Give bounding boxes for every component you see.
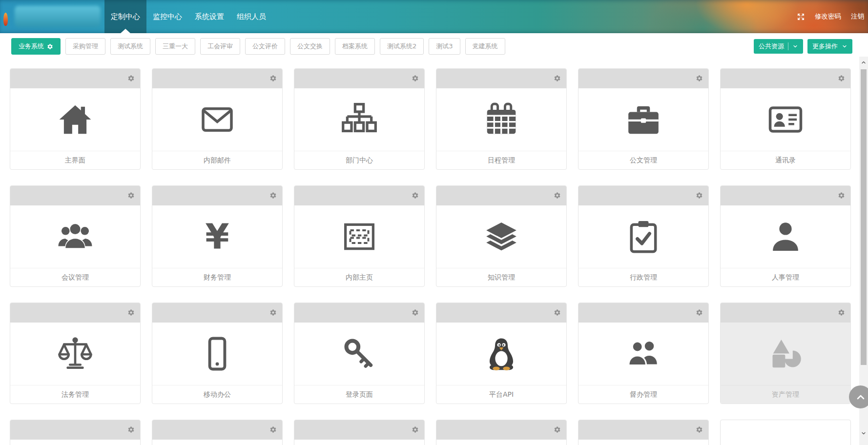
nav-item-4[interactable]: 组织人员 — [230, 0, 272, 33]
card-icon-area[interactable] — [579, 440, 708, 445]
tab-label: 工会评审 — [207, 42, 233, 51]
card-icon-area[interactable] — [579, 323, 708, 385]
gear-icon[interactable] — [269, 192, 277, 199]
gear-icon[interactable] — [127, 309, 135, 316]
gear-icon[interactable] — [696, 75, 703, 82]
app-card[interactable] — [294, 420, 425, 445]
app-card-通讯录[interactable]: 通讯录 — [720, 68, 851, 170]
gear-icon[interactable] — [696, 309, 703, 316]
app-card-人事管理[interactable]: 人事管理 — [720, 185, 851, 287]
card-icon-area[interactable] — [436, 440, 566, 445]
app-card-督办管理[interactable]: 督办管理 — [578, 303, 709, 404]
app-card[interactable] — [10, 420, 141, 445]
gear-icon[interactable] — [838, 309, 845, 316]
card-icon-area[interactable] — [152, 205, 282, 268]
nav-item-3[interactable]: 系统设置 — [188, 0, 230, 33]
card-icon-area[interactable] — [10, 323, 140, 385]
gear-icon[interactable] — [554, 192, 561, 199]
tab-3[interactable]: 测试系统 — [110, 38, 150, 55]
tab-4[interactable]: 三重一大 — [155, 38, 195, 55]
card-icon-area[interactable] — [436, 323, 566, 385]
gear-icon[interactable] — [412, 75, 419, 82]
nav-item-2[interactable]: 监控中心 — [146, 0, 188, 33]
gear-icon[interactable] — [269, 426, 277, 433]
app-card-平台API[interactable]: 平台API — [436, 303, 567, 404]
app-card-内部邮件[interactable]: 内部邮件 — [152, 68, 283, 170]
gear-icon[interactable] — [127, 192, 135, 199]
gear-icon[interactable] — [554, 75, 561, 82]
card-icon-area[interactable] — [436, 88, 566, 151]
card-icon-area[interactable] — [10, 88, 140, 151]
home-icon — [57, 101, 93, 138]
card-icon-area[interactable] — [294, 323, 424, 385]
gear-icon[interactable] — [412, 309, 419, 316]
card-icon-area[interactable] — [436, 205, 566, 268]
app-card-主界面[interactable]: 主界面 — [10, 68, 141, 170]
gear-icon[interactable] — [127, 426, 135, 433]
nav-item-1[interactable]: 定制中心 — [104, 0, 146, 33]
app-card-财务管理[interactable]: 财务管理 — [152, 185, 283, 287]
card-icon-area[interactable] — [579, 88, 708, 151]
more-actions-button[interactable]: 更多操作 — [807, 39, 852, 54]
app-card-部门中心[interactable]: 部门中心 — [294, 68, 425, 170]
card-icon-area[interactable] — [152, 88, 282, 151]
gear-icon[interactable] — [696, 426, 703, 433]
app-card-知识管理[interactable]: 知识管理 — [436, 185, 567, 287]
app-card-公文管理[interactable]: 公文管理 — [578, 68, 709, 170]
scroll-down-arrow-icon[interactable] — [861, 430, 867, 436]
card-icon-area[interactable] — [721, 88, 850, 151]
app-card-内部主页[interactable]: 内部主页 — [294, 185, 425, 287]
app-grid: 主界面 内部邮件 部门中心 日程管理 公文管理 通讯录 — [10, 68, 851, 445]
gear-icon[interactable] — [838, 75, 845, 82]
logo-flame-icon — [3, 13, 8, 26]
app-card-日程管理[interactable]: 日程管理 — [436, 68, 567, 170]
gear-icon[interactable] — [554, 309, 561, 316]
gear-icon[interactable] — [412, 426, 419, 433]
scroll-up-arrow-icon[interactable] — [861, 60, 867, 65]
tab-8[interactable]: 档案系统 — [335, 38, 375, 55]
tab-2[interactable]: 采购管理 — [65, 38, 105, 55]
card-icon-area[interactable] — [152, 323, 282, 385]
gear-icon[interactable] — [554, 426, 561, 433]
card-icon-area[interactable] — [152, 440, 282, 445]
public-resources-button[interactable]: 公共资源 — [754, 39, 803, 54]
card-icon-area[interactable] — [721, 205, 850, 268]
tab-11[interactable]: 党建系统 — [465, 38, 505, 55]
app-card[interactable] — [578, 420, 709, 445]
app-card-移动办公[interactable]: 移动办公 — [152, 303, 283, 404]
app-card-会议管理[interactable]: 会议管理 — [10, 185, 141, 287]
back-to-top-button[interactable] — [849, 385, 868, 408]
change-password-link[interactable]: 修改密码 — [815, 12, 841, 21]
card-header — [10, 420, 140, 440]
tab-7[interactable]: 公文交换 — [290, 38, 330, 55]
card-icon-area[interactable] — [10, 205, 140, 268]
app-card-法务管理[interactable]: 法务管理 — [10, 303, 141, 404]
scrollbar-thumb[interactable] — [861, 69, 867, 365]
app-card-登录页面[interactable]: 登录页面 — [294, 303, 425, 404]
card-icon-area[interactable] — [294, 440, 424, 445]
app-card[interactable] — [152, 420, 283, 445]
logout-link[interactable]: 注销 — [851, 12, 864, 21]
tab-6[interactable]: 公文评价 — [245, 38, 285, 55]
tab-1[interactable]: 业务系统 — [11, 38, 61, 55]
tab-10[interactable]: 测试3 — [429, 38, 460, 55]
card-icon-area[interactable] — [721, 323, 850, 385]
app-card[interactable] — [436, 420, 567, 445]
public-resources-label: 公共资源 — [759, 42, 784, 51]
card-icon-area[interactable] — [10, 440, 140, 445]
dashed-panel-icon — [341, 219, 377, 255]
gear-icon[interactable] — [269, 309, 277, 316]
tab-5[interactable]: 工会评审 — [200, 38, 240, 55]
app-card-行政管理[interactable]: 行政管理 — [578, 185, 709, 287]
card-icon-area[interactable] — [579, 205, 708, 268]
card-label: 内部邮件 — [152, 151, 282, 169]
gear-icon[interactable] — [127, 75, 135, 82]
gear-icon[interactable] — [838, 192, 845, 199]
fullscreen-icon[interactable] — [797, 13, 805, 21]
gear-icon[interactable] — [269, 75, 277, 82]
card-icon-area[interactable] — [294, 88, 424, 151]
tab-9[interactable]: 测试系统2 — [380, 38, 424, 55]
card-icon-area[interactable] — [294, 205, 424, 268]
gear-icon[interactable] — [696, 192, 703, 199]
gear-icon[interactable] — [412, 192, 419, 199]
